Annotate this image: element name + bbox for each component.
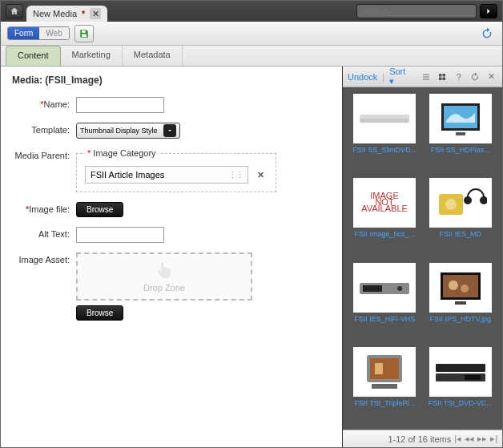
search-input[interactable] bbox=[356, 4, 477, 18]
svg-rect-3 bbox=[360, 115, 409, 119]
image-category-legend: * Image Category bbox=[85, 148, 159, 158]
asset-label: FSII IES_HiFi-VHS bbox=[352, 315, 417, 323]
home-icon bbox=[10, 6, 19, 16]
media-parent-label: Media Parent: bbox=[12, 148, 76, 160]
svg-point-20 bbox=[449, 281, 458, 290]
browse-asset-button[interactable]: Browse bbox=[76, 305, 123, 321]
svg-point-12 bbox=[445, 199, 457, 210]
alt-text-input[interactable] bbox=[76, 227, 164, 243]
grid-icon bbox=[437, 72, 447, 82]
tab-title: New Media bbox=[33, 9, 77, 18]
undock-button[interactable]: Undock bbox=[348, 72, 377, 82]
mode-web-button[interactable]: Web bbox=[39, 27, 68, 39]
svg-point-13 bbox=[464, 196, 472, 204]
name-input[interactable] bbox=[76, 97, 164, 113]
asset-panel-toolbar: Undock | Sort ▾ ? ✕ bbox=[343, 67, 502, 87]
close-panel-button[interactable]: ✕ bbox=[486, 71, 497, 83]
name-label: Name: bbox=[12, 97, 76, 109]
svg-text:AVAILABLE: AVAILABLE bbox=[361, 204, 408, 213]
svg-rect-0 bbox=[82, 30, 86, 32]
list-view-button[interactable] bbox=[421, 71, 432, 83]
refresh-icon bbox=[470, 72, 480, 82]
template-select[interactable]: Thumbnail Display Style bbox=[76, 123, 180, 139]
form-heading: Media: (FSII_Image) bbox=[12, 75, 331, 86]
asset-thumb[interactable]: FSII IPS_HDTV.jpg bbox=[425, 263, 497, 339]
search-button[interactable] bbox=[480, 4, 497, 18]
asset-panel-status: 1-12 of 16 items |◂ ◂◂ ▸▸ ▸| bbox=[343, 430, 502, 447]
mode-form-button[interactable]: Form bbox=[8, 27, 39, 39]
svg-rect-26 bbox=[372, 384, 397, 389]
svg-rect-27 bbox=[436, 364, 485, 372]
asset-label: FSII Image_Not_... bbox=[352, 230, 417, 238]
drop-zone[interactable]: Drop Zone bbox=[76, 252, 252, 301]
svg-rect-29 bbox=[465, 375, 481, 380]
svg-point-21 bbox=[461, 285, 469, 293]
save-icon bbox=[78, 28, 90, 39]
tab-content[interactable]: Content bbox=[6, 46, 61, 66]
page-prev-button[interactable]: ◂◂ bbox=[465, 434, 474, 444]
home-button[interactable] bbox=[6, 4, 23, 18]
tab-close-button[interactable]: ✕ bbox=[90, 8, 101, 19]
svg-rect-6 bbox=[456, 132, 465, 135]
asset-thumb[interactable]: FSII SS_SlimDVD... bbox=[349, 94, 421, 170]
svg-rect-24 bbox=[370, 358, 399, 379]
asset-thumb[interactable]: FSII SS_HDPlas... bbox=[425, 94, 497, 170]
document-tab[interactable]: New Media * ✕ bbox=[26, 6, 107, 22]
page-next-button[interactable]: ▸▸ bbox=[477, 434, 487, 444]
search-arrow-icon bbox=[485, 7, 493, 15]
svg-point-14 bbox=[480, 196, 487, 204]
drag-handle-icon: ⋮⋮ bbox=[228, 170, 243, 180]
page-last-button[interactable]: ▸| bbox=[490, 434, 497, 444]
asset-label: FSII TSt_TriplePl... bbox=[352, 399, 417, 407]
asset-label: FSII TSt_DVD-VC... bbox=[428, 399, 493, 407]
alt-text-label: Alt Text: bbox=[12, 227, 76, 239]
grid-view-button[interactable] bbox=[437, 71, 448, 83]
toolbar: Form Web bbox=[1, 22, 502, 46]
image-asset-label: Image Asset: bbox=[12, 252, 76, 264]
list-icon bbox=[421, 72, 431, 82]
template-value: Thumbnail Display Style bbox=[80, 127, 158, 135]
asset-thumb[interactable]: IMAGENOTAVAILABLE FSII Image_Not_... bbox=[349, 178, 421, 254]
mode-toggle: Form Web bbox=[7, 26, 70, 40]
asset-thumb[interactable]: FSII TSt_DVD-VC... bbox=[425, 347, 497, 423]
refresh-button[interactable] bbox=[478, 26, 496, 42]
remove-category-button[interactable]: ✕ bbox=[253, 167, 268, 182]
sort-button[interactable]: Sort ▾ bbox=[389, 67, 410, 87]
hand-drop-icon bbox=[153, 260, 175, 280]
asset-label: FSII SS_HDPlas... bbox=[428, 146, 493, 154]
asset-label: FSII SS_SlimDVD... bbox=[352, 146, 417, 154]
svg-rect-16 bbox=[363, 285, 382, 292]
help-button[interactable]: ? bbox=[453, 71, 465, 83]
svg-point-17 bbox=[397, 286, 402, 291]
tab-metadata[interactable]: Metadata bbox=[123, 46, 183, 66]
svg-rect-1 bbox=[82, 34, 87, 37]
refresh-icon bbox=[481, 27, 493, 40]
top-bar: New Media * ✕ bbox=[1, 1, 502, 22]
svg-rect-19 bbox=[443, 275, 478, 297]
browse-file-button[interactable]: Browse bbox=[76, 202, 123, 217]
pager: |◂ ◂◂ ▸▸ ▸| bbox=[454, 434, 497, 444]
refresh-panel-button[interactable] bbox=[469, 71, 481, 83]
asset-panel: Undock | Sort ▾ ? ✕ bbox=[342, 67, 502, 447]
image-category-value: FSII Article Images bbox=[91, 170, 164, 180]
chevron-down-icon: ▾ bbox=[389, 76, 394, 86]
form-area: Media: (FSII_Image) Name: Template: Thum… bbox=[1, 67, 342, 447]
template-label: Template: bbox=[12, 123, 76, 135]
image-category-chip[interactable]: FSII Article Images ⋮⋮ bbox=[85, 166, 248, 184]
chevron-down-icon bbox=[163, 124, 176, 137]
drop-zone-label: Drop Zone bbox=[143, 283, 185, 293]
image-file-label: Image file: bbox=[12, 202, 76, 214]
asset-thumb[interactable]: FSII IES_MD bbox=[425, 178, 497, 254]
asset-label: FSII IES_MD bbox=[428, 230, 493, 238]
tab-marketing[interactable]: Marketing bbox=[61, 46, 123, 66]
save-button[interactable] bbox=[74, 25, 94, 42]
image-category-fieldset: * Image Category FSII Article Images ⋮⋮ … bbox=[76, 148, 276, 192]
tab-dirty-indicator: * bbox=[82, 9, 85, 18]
sub-tabs: Content Marketing Metadata bbox=[1, 46, 502, 67]
asset-label: FSII IPS_HDTV.jpg bbox=[428, 315, 493, 323]
svg-rect-22 bbox=[455, 301, 466, 305]
asset-thumb[interactable]: FSII TSt_TriplePl... bbox=[349, 347, 421, 423]
asset-thumb[interactable]: FSII IES_HiFi-VHS bbox=[349, 263, 421, 339]
status-count: 1-12 of 16 items bbox=[388, 434, 451, 444]
page-first-button[interactable]: |◂ bbox=[454, 434, 461, 444]
